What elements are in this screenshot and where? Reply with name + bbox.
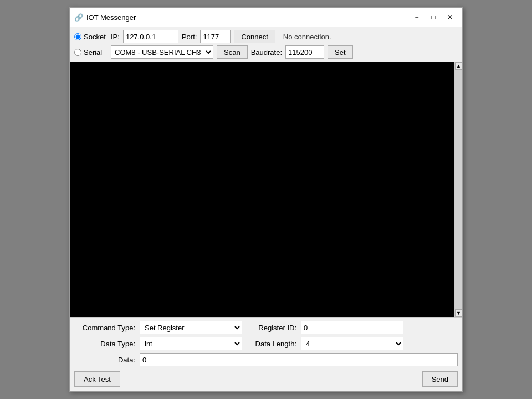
socket-row: Socket IP: Port: Connect No connection.: [74, 30, 458, 43]
window-title: IOT Messenger: [86, 13, 409, 22]
scroll-down-arrow[interactable]: ▼: [455, 309, 463, 317]
socket-radio[interactable]: [74, 33, 81, 40]
data-input[interactable]: [140, 353, 458, 366]
baudrate-input[interactable]: [285, 45, 324, 59]
serial-label: Serial: [84, 48, 102, 57]
data-type-label: Data Type:: [74, 340, 135, 348]
command-type-label: Command Type:: [74, 324, 135, 332]
baudrate-label: Baudrate:: [251, 48, 282, 57]
com-port-select[interactable]: COM8 - USB-SERIAL CH3: [111, 45, 213, 59]
ip-label: IP:: [111, 33, 120, 41]
bottom-panel: Command Type: Set Register Get Register …: [70, 317, 462, 391]
socket-radio-label[interactable]: Socket: [74, 33, 108, 41]
data-row: Data:: [74, 353, 458, 366]
socket-label: Socket: [84, 33, 106, 41]
main-window: 🔗 IOT Messenger − □ ✕ Socket IP: Port: C…: [69, 7, 463, 392]
command-type-select[interactable]: Set Register Get Register Reset: [140, 321, 242, 334]
app-icon: 🔗: [74, 13, 83, 22]
ack-test-button[interactable]: Ack Test: [74, 371, 120, 387]
command-row: Command Type: Set Register Get Register …: [74, 321, 458, 334]
scroll-track[interactable]: [455, 70, 463, 309]
vertical-scrollbar[interactable]: ▲ ▼: [454, 62, 462, 317]
ip-input[interactable]: [123, 30, 178, 43]
data-length-select[interactable]: 1 2 4 8: [301, 337, 403, 350]
title-bar: 🔗 IOT Messenger − □ ✕: [70, 8, 462, 27]
window-controls: − □ ✕: [409, 11, 458, 23]
send-button[interactable]: Send: [422, 371, 458, 387]
scroll-up-arrow[interactable]: ▲: [455, 62, 463, 70]
data-type-select[interactable]: int float string bool: [140, 337, 242, 350]
port-label: Port:: [182, 33, 197, 41]
close-button[interactable]: ✕: [442, 11, 458, 23]
scan-button[interactable]: Scan: [217, 45, 248, 59]
connect-button[interactable]: Connect: [234, 30, 275, 43]
data-label: Data:: [74, 356, 135, 364]
set-button[interactable]: Set: [328, 45, 353, 59]
register-id-label: Register ID:: [247, 324, 296, 332]
serial-radio-label[interactable]: Serial: [74, 48, 108, 57]
register-id-input[interactable]: [301, 321, 403, 334]
action-row: Ack Test Send: [74, 369, 458, 388]
minimize-button[interactable]: −: [409, 11, 424, 23]
toolbar: Socket IP: Port: Connect No connection. …: [70, 27, 462, 62]
maximize-button[interactable]: □: [426, 11, 441, 23]
data-length-label: Data Length:: [247, 340, 296, 348]
serial-row: Serial COM8 - USB-SERIAL CH3 Scan Baudra…: [74, 45, 458, 59]
display-area: ▲ ▼: [70, 62, 462, 317]
port-input[interactable]: [200, 30, 231, 43]
data-type-row: Data Type: int float string bool Data Le…: [74, 337, 458, 350]
serial-radio[interactable]: [74, 49, 81, 56]
connection-status: No connection.: [283, 33, 331, 41]
